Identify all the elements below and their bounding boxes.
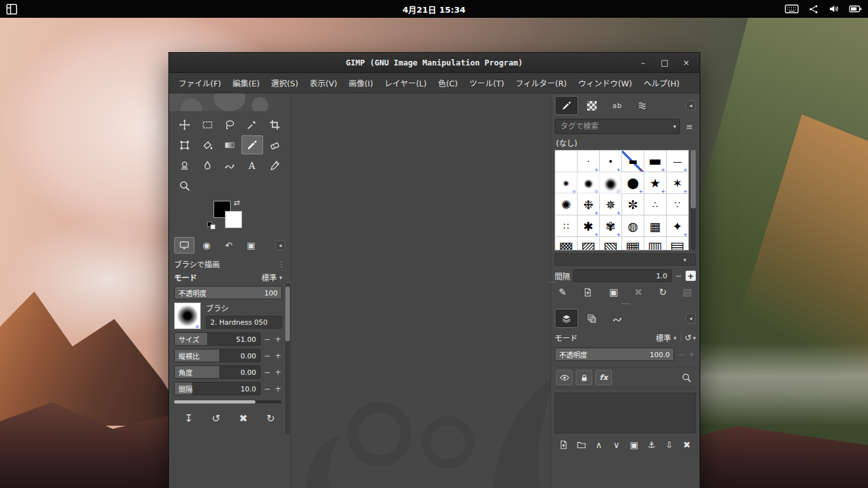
free-select-tool-button[interactable] [219, 115, 240, 134]
menu-view[interactable]: 表示(V) [304, 74, 342, 92]
brush-cell[interactable]: ▤ [667, 237, 689, 250]
lower-layer-button[interactable]: ∨ [609, 438, 624, 452]
title-bar[interactable]: GIMP (GNU Image Manipulation Program) – … [169, 53, 700, 73]
edit-brush-button[interactable]: ✎ [559, 287, 567, 298]
size-increment-button[interactable]: + [274, 335, 282, 344]
minimize-button[interactable]: – [635, 55, 651, 71]
lock-effects-toggle[interactable]: fx [595, 370, 612, 385]
brush-cell[interactable]: ● [555, 172, 578, 194]
layer-mode-select[interactable]: 標準 ▾ [656, 332, 677, 343]
battery-icon[interactable] [849, 5, 862, 13]
maximize-button[interactable]: □ [656, 55, 673, 71]
menu-select[interactable]: 選択(S) [266, 74, 304, 92]
angle-increment-button[interactable]: + [274, 368, 282, 377]
delete-brush-button[interactable]: ✖ [635, 287, 643, 298]
brush-cell[interactable]: ● [578, 172, 600, 194]
angle-decrement-button[interactable]: − [263, 368, 271, 377]
brush-cell[interactable]: ★ [644, 172, 667, 194]
menu-windows[interactable]: ウィンドウ(W) [573, 74, 638, 92]
spacing-increment-button[interactable]: + [686, 271, 696, 281]
crop-tool-button[interactable] [264, 115, 285, 134]
delete-preset-button[interactable]: ✖ [232, 410, 255, 426]
brush-cell[interactable]: ✦ [667, 215, 689, 237]
save-preset-button[interactable]: ↧ [177, 410, 200, 426]
tool-options-hscrollbar[interactable] [174, 400, 281, 403]
brush-cell[interactable]: ● [622, 172, 644, 194]
brush-cell[interactable]: ▨ [578, 237, 600, 250]
brush-cell[interactable]: ▦ [644, 215, 667, 237]
brush-spacing-field[interactable]: 1.0 [573, 269, 672, 282]
menu-tools[interactable]: ツール(T) [463, 74, 510, 92]
paths-tool-button[interactable] [219, 156, 240, 175]
clock[interactable]: 4月21日 15:34 [0, 3, 868, 15]
aspect-decrement-button[interactable]: − [263, 351, 271, 360]
new-layer-button[interactable] [556, 438, 571, 452]
chevron-down-icon[interactable]: ▾ [673, 123, 676, 130]
brush-cell[interactable] [555, 151, 578, 172]
brush-cell[interactable]: — [667, 151, 689, 172]
layer-opacity-decrement-button[interactable]: − [677, 350, 685, 359]
menu-image[interactable]: 画像(I) [343, 74, 379, 92]
menu-filters[interactable]: フィルター(R) [510, 74, 573, 92]
transform-tool-button[interactable] [174, 135, 195, 154]
gradient-tool-button[interactable] [219, 135, 240, 154]
default-colors-icon[interactable] [207, 222, 217, 231]
vscrollbar-thumb[interactable] [285, 287, 290, 341]
layer-list[interactable] [555, 393, 696, 433]
brush-cell[interactable]: ❉ [578, 194, 600, 215]
brush-cell[interactable]: ▧ [600, 237, 622, 250]
anchor-layer-button[interactable]: ⚓ [644, 438, 660, 452]
brush-cell[interactable]: ✺ [555, 194, 578, 215]
brush-cell[interactable]: ▩ [555, 237, 578, 250]
brush-cell[interactable]: · [578, 151, 600, 172]
brush-cell[interactable]: ▥ [644, 237, 667, 250]
dock-splitter-grip[interactable]: ⋮ [551, 279, 553, 286]
brush-preview[interactable] [174, 302, 201, 329]
brush-grid-scrollbar[interactable] [691, 150, 696, 250]
menu-edit[interactable]: 編集(E) [227, 74, 266, 92]
restore-preset-button[interactable]: ↺ [205, 410, 227, 426]
brush-cell[interactable]: ▬ [644, 151, 667, 172]
text-tool-button[interactable]: A [241, 156, 262, 175]
angle-slider[interactable]: 角度 0.00 [174, 365, 261, 379]
open-brush-as-image-button[interactable]: ▤ [683, 287, 692, 298]
refresh-brushes-button[interactable]: ↻ [659, 287, 667, 298]
brush-cell[interactable]: ✵ [600, 194, 622, 215]
images-tab[interactable]: ▣ [241, 237, 261, 254]
spacing-decrement-button[interactable]: − [263, 384, 271, 393]
paths-tab[interactable] [606, 309, 629, 328]
new-layer-group-button[interactable] [574, 438, 589, 452]
layer-search-button[interactable] [678, 370, 695, 385]
background-color-swatch[interactable] [225, 211, 242, 228]
brush-cell[interactable]: ✱ [578, 215, 600, 237]
brush-name-field[interactable]: 2. Hardness 050 [206, 316, 282, 329]
brushes-tab[interactable] [555, 96, 578, 115]
close-button[interactable]: × [678, 55, 695, 71]
menu-help[interactable]: ヘルプ(H) [638, 74, 686, 92]
delete-layer-button[interactable]: ✖ [679, 438, 695, 452]
brush-view-mode-button[interactable]: ≡ [683, 119, 696, 133]
brush-cell[interactable]: ▦ [622, 237, 644, 250]
aspect-ratio-slider[interactable]: 縦横比 0.00 [174, 349, 261, 362]
reset-tool-button[interactable]: ↻ [259, 410, 282, 426]
spacing-slider[interactable]: 間隔 10.0 [174, 382, 261, 395]
brush-cell[interactable]: ▬ [622, 151, 644, 172]
brush-list-expander[interactable]: ▾ [555, 254, 696, 266]
layer-opacity-slider[interactable]: 不透明度 100.0 [555, 348, 674, 361]
network-icon[interactable] [809, 4, 818, 14]
lock-pixels-toggle[interactable] [576, 370, 592, 385]
zoom-tool-button[interactable] [174, 176, 195, 195]
layers-panel-menu-button[interactable]: ◂ [686, 313, 696, 323]
size-slider[interactable]: サイズ 51.00 [174, 332, 261, 346]
dock-drag-grip[interactable]: ⋯ [555, 301, 696, 306]
paint-mode-select[interactable]: 標準 ▾ [261, 272, 282, 283]
move-tool-button[interactable] [174, 115, 195, 134]
opacity-slider[interactable]: 不透明度 100 [174, 286, 282, 299]
duplicate-layer-button[interactable]: ▣ [627, 438, 642, 452]
new-brush-button[interactable] [583, 287, 593, 297]
canvas-area[interactable] [291, 93, 550, 488]
aspect-increment-button[interactable]: + [274, 351, 282, 360]
fonts-tab[interactable]: ab [606, 96, 629, 115]
device-status-tab[interactable]: ◉ [196, 237, 217, 254]
smudge-tool-button[interactable] [196, 156, 217, 175]
